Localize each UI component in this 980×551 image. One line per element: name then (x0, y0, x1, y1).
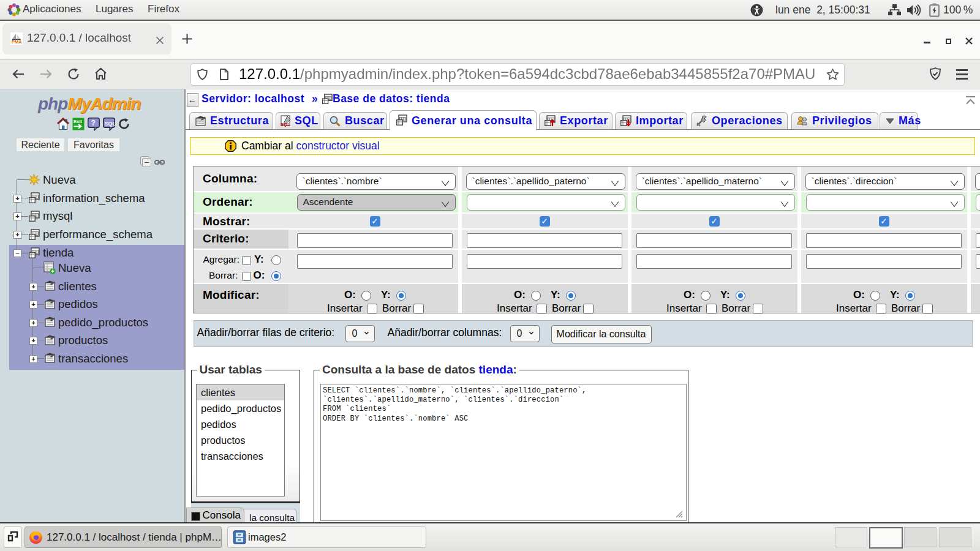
svg-text:Exit: Exit (74, 119, 82, 124)
svg-text:SQL: SQL (281, 122, 290, 127)
svg-text:PMA: PMA (12, 39, 22, 45)
svg-text:SQL: SQL (105, 121, 116, 127)
svg-text:?: ? (91, 119, 96, 127)
